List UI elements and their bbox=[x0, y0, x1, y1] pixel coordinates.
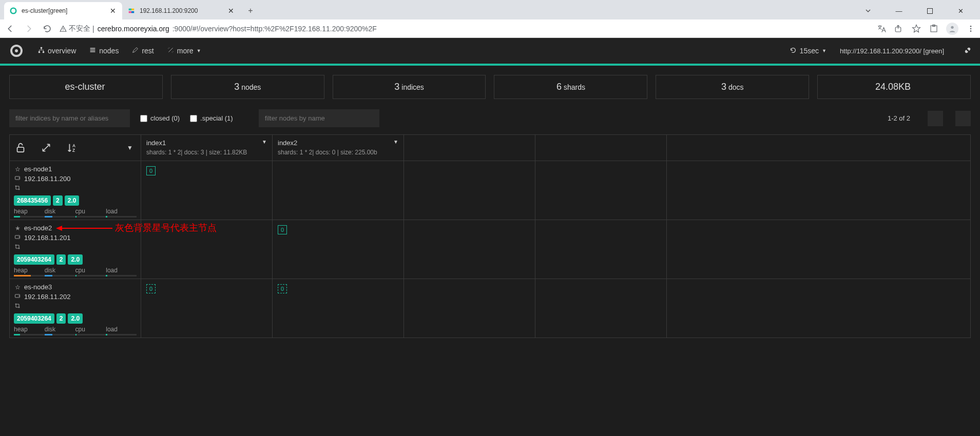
svg-point-0 bbox=[11, 8, 16, 14]
shard-cell bbox=[273, 161, 404, 220]
filter-row: closed (0) .special (1) 1-2 of 2 bbox=[0, 105, 980, 134]
reload-button[interactable] bbox=[41, 23, 53, 35]
menu-icon[interactable] bbox=[966, 24, 976, 34]
refresh-interval[interactable]: 15sec ▼ bbox=[790, 47, 827, 55]
profile-avatar[interactable] bbox=[946, 23, 958, 35]
caret-down-icon[interactable]: ▼ bbox=[124, 142, 136, 153]
stat-cluster-name[interactable]: es-cluster bbox=[9, 75, 163, 99]
node-row-1: ★es-node2 192.168.11.201 2059403264 2 2.… bbox=[10, 220, 970, 279]
metric-label: load bbox=[106, 208, 137, 215]
svg-rect-4 bbox=[131, 11, 134, 13]
svg-point-7 bbox=[63, 30, 63, 30]
shard-box[interactable]: 0 bbox=[146, 166, 156, 175]
browser-tab-1[interactable]: 192.168.11.200:9200 ✕ bbox=[122, 2, 240, 19]
star-outline-icon: ☆ bbox=[14, 284, 21, 291]
shard-box[interactable]: 0 bbox=[278, 225, 287, 234]
node-name[interactable]: es-node2 bbox=[24, 224, 52, 232]
metric-label: load bbox=[106, 326, 137, 333]
stat-size[interactable]: 24.08KB bbox=[817, 75, 971, 99]
index-header-0[interactable]: index1 ▼ shards: 1 * 2| docs: 3 | size: … bbox=[141, 135, 273, 161]
svg-point-33 bbox=[18, 295, 20, 296]
chevron-down-icon[interactable] bbox=[857, 3, 879, 18]
page-prev-button[interactable] bbox=[928, 111, 943, 126]
maximize-button[interactable] bbox=[918, 3, 941, 18]
svg-rect-5 bbox=[927, 8, 932, 13]
cerebro-logo-icon[interactable] bbox=[8, 43, 25, 59]
node-info: ★es-node2 192.168.11.201 2059403264 2 2.… bbox=[10, 220, 141, 279]
crop-icon bbox=[14, 244, 21, 251]
not-secure-warning: 不安全 | bbox=[60, 24, 94, 33]
shard-box-replica[interactable]: 0 bbox=[146, 284, 156, 293]
index-name: index1 bbox=[146, 139, 267, 147]
badge: 268435456 bbox=[14, 195, 51, 206]
metric-label: disk bbox=[45, 326, 75, 333]
empty-header bbox=[667, 135, 970, 161]
back-button[interactable] bbox=[4, 23, 16, 35]
forward-button[interactable] bbox=[23, 23, 35, 35]
nav-nodes[interactable]: nodes bbox=[89, 47, 119, 55]
host-status[interactable]: http://192.168.11.200:9200/ [green] bbox=[840, 47, 944, 55]
lock-icon[interactable] bbox=[15, 142, 26, 153]
tab-title: 192.168.11.200:9200 bbox=[140, 7, 198, 14]
stat-indices[interactable]: 3indices bbox=[333, 75, 486, 99]
stats-row: es-cluster 3nodes 3indices 6shards 3docs… bbox=[0, 66, 980, 105]
index-header-1[interactable]: index2 ▼ shards: 1 * 2| docs: 0 | size: … bbox=[273, 135, 404, 161]
disk-icon bbox=[14, 234, 21, 242]
close-window-button[interactable]: ✕ bbox=[949, 3, 972, 18]
minimize-button[interactable]: ― bbox=[888, 3, 910, 18]
shard-cell: 0 bbox=[273, 220, 404, 279]
address-bar[interactable]: 不安全 | cerebro.mooreyxia.org:9000/#!/over… bbox=[60, 24, 870, 33]
wand-icon bbox=[167, 47, 174, 55]
page-next-button[interactable] bbox=[955, 111, 971, 126]
favicon-elastic-icon bbox=[127, 7, 136, 15]
url-host: cerebro.mooreyxia.org bbox=[98, 25, 169, 33]
nav-overview[interactable]: overview bbox=[38, 47, 76, 55]
new-tab-button[interactable]: + bbox=[243, 4, 258, 18]
node-row-0: ☆es-node1 192.168.11.200 268435456 2 2.0… bbox=[10, 161, 970, 220]
overview-grid: AZ ▼ index1 ▼ shards: 1 * 2| docs: 3 | s… bbox=[9, 134, 971, 338]
close-icon[interactable]: ✕ bbox=[227, 6, 235, 16]
svg-point-16 bbox=[15, 49, 18, 52]
node-info: ☆es-node1 192.168.11.200 268435456 2 2.0… bbox=[10, 161, 141, 220]
shard-box-replica[interactable]: 0 bbox=[278, 284, 287, 293]
translate-icon[interactable] bbox=[876, 24, 887, 34]
extensions-icon[interactable] bbox=[929, 24, 939, 34]
metric-label: disk bbox=[45, 267, 75, 274]
badge: 2 bbox=[56, 313, 66, 324]
window-controls: ― ✕ bbox=[857, 2, 980, 19]
filter-closed-checkbox[interactable]: closed (0) bbox=[140, 114, 180, 122]
node-ip: 192.168.11.200 bbox=[24, 175, 70, 183]
svg-point-29 bbox=[18, 236, 20, 237]
svg-rect-18 bbox=[39, 51, 40, 53]
nav-rest[interactable]: rest bbox=[132, 47, 153, 55]
list-icon bbox=[89, 47, 96, 55]
stat-nodes[interactable]: 3nodes bbox=[171, 75, 324, 99]
caret-down-icon[interactable]: ▼ bbox=[262, 139, 267, 145]
star-icon[interactable] bbox=[911, 24, 921, 34]
stat-shards[interactable]: 6shards bbox=[494, 75, 647, 99]
caret-down-icon[interactable]: ▼ bbox=[393, 139, 398, 145]
connect-icon[interactable] bbox=[964, 46, 972, 56]
nav-more[interactable]: more ▼ bbox=[167, 47, 201, 55]
share-icon[interactable] bbox=[894, 24, 904, 34]
filter-indices-input[interactable] bbox=[9, 109, 130, 127]
node-name[interactable]: es-node3 bbox=[24, 283, 52, 291]
stat-docs[interactable]: 3docs bbox=[656, 75, 809, 99]
sort-az-icon[interactable]: AZ bbox=[66, 142, 78, 153]
shard-cell bbox=[141, 220, 273, 279]
filter-special-checkbox[interactable]: .special (1) bbox=[190, 114, 233, 122]
browser-tab-0[interactable]: es-cluster[green] ✕ bbox=[4, 2, 122, 19]
metric-label: heap bbox=[14, 326, 45, 333]
svg-rect-23 bbox=[17, 147, 24, 152]
expand-icon[interactable] bbox=[41, 142, 52, 153]
badge: 2059403264 bbox=[14, 254, 54, 265]
filter-nodes-input[interactable] bbox=[259, 109, 379, 127]
svg-rect-1 bbox=[129, 9, 131, 11]
star-outline-icon: ☆ bbox=[14, 166, 21, 173]
url-path: :9000/#!/overview?host=http:%2F%2F192.16… bbox=[172, 25, 377, 33]
svg-rect-17 bbox=[41, 47, 42, 49]
svg-rect-19 bbox=[43, 51, 44, 53]
metric-label: disk bbox=[45, 208, 75, 215]
node-name[interactable]: es-node1 bbox=[24, 165, 52, 173]
close-icon[interactable]: ✕ bbox=[109, 6, 117, 16]
